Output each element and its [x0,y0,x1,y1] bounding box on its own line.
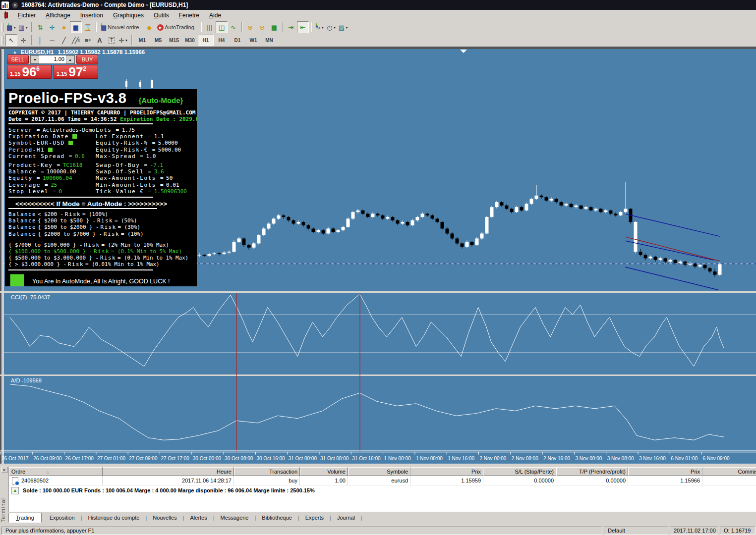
tab-nouvelles[interactable]: Nouvelles [148,513,181,523]
toolbar-grip[interactable] [1,36,3,45]
candlestick-chart-button[interactable]: ◫ [216,21,228,33]
column-header-volume[interactable]: Volume [300,467,348,476]
column-header-heure[interactable]: Heure [103,467,234,476]
window-menu-icon[interactable]: o [12,2,18,8]
zoom-in-button[interactable]: ⊕ [244,21,256,33]
sell-button[interactable]: SELL [7,54,29,64]
menu-item-insertion[interactable]: Insertion [75,10,108,20]
volume-decrease-button[interactable]: ▼ [31,55,39,63]
column-header-commission[interactable]: Commission [702,467,756,476]
column-header-ordre[interactable]: Ordre△ [9,467,103,476]
tile-windows-button[interactable]: ▦ [268,21,280,33]
one-click-collapse-icon[interactable]: ▲ [13,50,17,54]
timeframe-m30[interactable]: M30 [182,35,198,46]
volume-input[interactable]: 1.00 [39,55,66,63]
timeframe-m15[interactable]: M15 [166,35,182,46]
crosshair-tool-button[interactable]: ✛ [17,34,29,46]
menu-item-graphiques[interactable]: Graphiques [108,10,149,20]
fibonacci-tool-button[interactable]: ≡F [82,34,94,46]
svg-text:1 Nov 00:00: 1 Nov 00:00 [384,456,411,461]
data-window-button[interactable]: ✛ [46,21,58,33]
tab-historique-du-compte[interactable]: Historique du compte [83,513,145,523]
menu-item-affichage[interactable]: Affichage [41,10,75,20]
column-header-s-l-stop-perte-[interactable]: S/L (Stop/Perte) [483,467,556,476]
menu-item-fenetre[interactable]: Fenetre [174,10,204,20]
indicators-button[interactable]: ∿+▼ [314,21,326,33]
chart-shift-button[interactable]: ⇤ [297,21,309,33]
vertical-line-tool-button[interactable]: │ [34,34,46,46]
bar-chart-button[interactable]: ||| [204,21,216,33]
zoom-out-button[interactable]: ⊖ [256,21,268,33]
terminal-close-button[interactable]: × [1,467,7,473]
toolbar-grip[interactable] [1,23,3,32]
profiles-button[interactable]: ▥▼ [17,21,29,33]
column-header-prix[interactable]: Prix [410,467,483,476]
horizontal-line-tool-button[interactable]: ─ [46,34,58,46]
timeframe-mn[interactable]: MN [261,35,277,46]
status-bar: Pour plus d'informations, appuyer F1 Def… [0,526,756,535]
timeframe-m1[interactable]: M1 [134,35,150,46]
auto-scroll-button[interactable]: ⇥ [285,21,297,33]
timeframe-d1[interactable]: D1 [230,35,245,46]
toolbar-separator [201,22,202,32]
ea-risk-row: Balance{ $500 to $2000 } -Risk= (30%) [8,224,197,230]
periods-button[interactable]: ◷▼ [326,21,338,33]
sell-price[interactable]: 1.15 96 6 [7,65,52,79]
order-cell-s-l-stop-perte-: 0.00000 [483,476,556,485]
tab-messagerie[interactable]: Messagerie [216,513,254,523]
menu-item-fichier[interactable]: Fichier [13,10,41,20]
new-chart-button[interactable]: ▤+▼ [5,21,17,33]
timeframe-h1[interactable]: H1 [198,35,214,46]
terminal-button[interactable]: ▦ [70,21,82,33]
volume-increase-button[interactable]: ▲ [66,55,74,63]
channel-tool-button[interactable]: ╱╱E [70,34,82,46]
trendline-tool-button[interactable]: ╱ [58,34,70,46]
tab-alertes[interactable]: Alertes [185,513,212,523]
strategy-tester-button[interactable]: ⌛ [82,21,94,33]
tab-exposition[interactable]: Exposition [45,513,80,523]
toolbar-standard: ▤+▼ ▥▼ ⇅ ✛ ★ ▦ ⌛ ▤+ Nouvel ordre ◆ ▶ Aut… [0,21,756,34]
tab-separator: | [360,515,363,521]
balance-row[interactable]: ▲ Solde : 100 000.00 EUR Fonds : 100 006… [9,485,756,495]
timeframe-w1[interactable]: W1 [245,35,261,46]
market-watch-button[interactable]: ⇅ [34,21,46,33]
ea-account-grid: Product-Key =TC1618Balance =100000.00Equ… [8,162,197,195]
column-header-prix[interactable]: Prix [628,467,702,476]
menu-item-aide[interactable]: Aide [204,10,226,20]
ad-label: A/D -109569 [11,377,42,383]
ea-risk-table-2: { $7000 to $100.000 } -Risk= (2% Min to … [8,242,197,268]
new-order-button[interactable]: ▤+ Nouvel ordre [99,21,143,33]
autotrading-button[interactable]: ▶ AutoTrading [155,21,199,33]
tab-bibliotheque[interactable]: Bibliotheque [257,513,297,523]
text-tool-button[interactable]: A [94,34,106,46]
menu-item-outils[interactable]: Outils [149,10,174,20]
column-header-symbole[interactable]: Symbole [348,467,410,476]
ea-mode-header: <<<<<<<<<< If Mode = Auto-Mode : >>>>>>>… [8,200,157,208]
order-row[interactable]: 2406805022017.11.06 14:28:17buy1.00eurus… [9,476,756,485]
new-order-label: Nouvel ordre [107,24,141,30]
svg-text:26 Oct 09:00: 26 Oct 09:00 [33,456,62,461]
metaeditor-button[interactable]: ◆ [143,21,155,33]
tab-trading[interactable]: Trading [8,513,42,523]
tab-experts[interactable]: Experts [300,513,329,523]
templates-button[interactable]: ▨▼ [338,21,349,33]
ea-info-grid: Server =Activtrades-DemoExpiration-DateS… [8,127,197,160]
line-chart-button[interactable]: ∿ [228,21,239,33]
menu-items: FichierAffichageInsertionGraphiquesOutil… [13,10,226,20]
arrows-tool-button[interactable]: ✛▼ [117,34,129,46]
column-header-transaction[interactable]: Transaction [234,467,300,476]
navigator-button[interactable]: ★ [58,21,70,33]
buy-price[interactable]: 1.15 97 2 [54,65,98,79]
timeframe-m5[interactable]: M5 [150,35,166,46]
chart-window-icon[interactable] [2,12,9,19]
cursor-tool-button[interactable]: ↖ [5,34,17,46]
text-label-tool-button[interactable]: T [106,34,117,46]
timeframe-buttons: M1M5M15M30H1H4D1W1MN [134,35,277,46]
toolbar-separator [31,35,32,45]
timeframe-h4[interactable]: H4 [214,35,230,46]
column-header-t-p-prendre-profit-[interactable]: T/P (Prendre/profit) [556,467,628,476]
status-profile[interactable]: Default [604,527,668,535]
buy-button[interactable]: BUY [76,54,98,64]
svg-text:1 Nov 16:00: 1 Nov 16:00 [448,456,474,461]
tab-journal[interactable]: Journal [332,513,360,523]
